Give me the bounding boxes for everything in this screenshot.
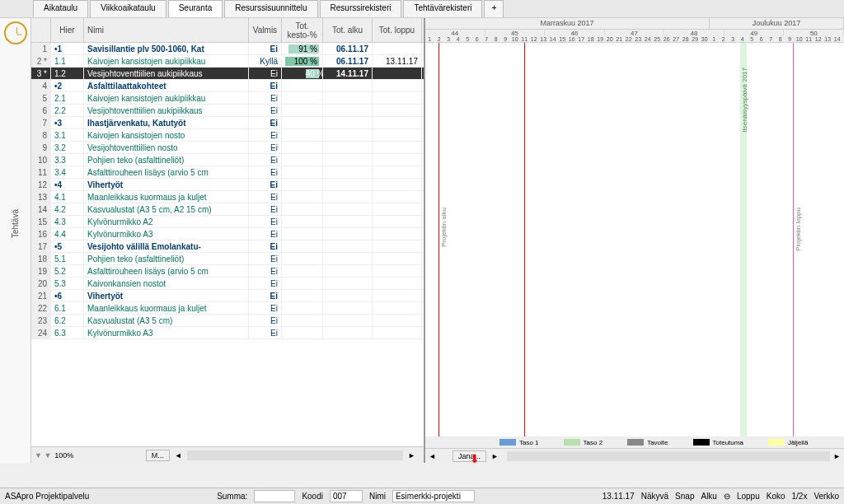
table-header: Hier Nimi Valmis Tot. kesto-% Tot. alku … bbox=[31, 18, 424, 43]
koodi-label: Koodi bbox=[302, 492, 323, 501]
col-loppu[interactable]: Tot. loppu bbox=[373, 18, 422, 42]
snap-btn[interactable]: Snap bbox=[675, 492, 694, 501]
zoom-out-icon[interactable]: ⊖ bbox=[724, 492, 730, 501]
table-body: 1•1Savisillantie plv 500-1060, KatEi91 %… bbox=[31, 43, 424, 446]
table-row[interactable]: 226.1Maanleikkaus kuormaus ja kuljetEi bbox=[31, 302, 424, 315]
gantt-legend: Taso 1 Taso 2 Tavoite Toteutuma Jäljellä bbox=[425, 436, 844, 448]
tab-bar: Aikataulu Viikkoaikataulu Seuranta Resur… bbox=[0, 0, 844, 18]
tab-viikkoaikataulu[interactable]: Viikkoaikataulu bbox=[90, 0, 166, 17]
summa-input[interactable] bbox=[254, 490, 295, 502]
table-row[interactable]: 12•4VihertyötEi bbox=[31, 179, 424, 191]
summa-label: Summa: bbox=[217, 492, 247, 501]
col-hier[interactable]: Hier bbox=[51, 18, 84, 42]
project-end-label: Projektin loppu bbox=[795, 208, 802, 251]
table-row[interactable]: 154.3Kylvönurmikko A2Ei bbox=[31, 216, 424, 228]
zoom-pct: 100% bbox=[54, 451, 73, 460]
scroll-right-icon[interactable]: ► bbox=[408, 451, 415, 460]
project-start-label: Projektin alku bbox=[440, 208, 448, 247]
vlabel-tehtava: Tehtävä bbox=[11, 209, 20, 238]
date-label: 13.11.17 bbox=[603, 492, 635, 501]
col-alku[interactable]: Tot. alku bbox=[323, 18, 373, 42]
nimi-label: Nimi bbox=[369, 492, 386, 501]
table-row[interactable]: 236.2Kasvualustat (A3 5 cm)Ei bbox=[31, 315, 424, 327]
table-row[interactable]: 144.2Kasvualustat (A3 5 cm, A2 15 cm)Ei bbox=[31, 203, 424, 216]
today-line bbox=[524, 43, 525, 446]
gantt-body[interactable]: Projektin alku Itsenäisyyspäivä 2017 Pro… bbox=[425, 43, 844, 446]
table-row[interactable]: 185.1Pohjien teko (asfalttineliöt)Ei bbox=[31, 253, 424, 265]
half-btn[interactable]: 1/2x bbox=[792, 492, 808, 501]
statusbar: ASApro Projektipalvelu Summa: Koodi Nimi… bbox=[0, 488, 844, 504]
month-marraskuu: Marraskuu 2017 bbox=[425, 18, 710, 29]
table-row[interactable]: 2 *1.1Kaivojen kansistojen aukipiikkauKy… bbox=[31, 55, 424, 68]
clock-sidebar: Tehtävä bbox=[0, 18, 31, 463]
col-nimi[interactable]: Nimi bbox=[84, 18, 249, 42]
nakyva-btn[interactable]: Näkyvä bbox=[641, 492, 668, 501]
alku-btn[interactable]: Alku bbox=[701, 492, 716, 501]
tab-resurssisuunnittelu[interactable]: Resurssisuunnittelu bbox=[224, 0, 317, 17]
tab-resurssirekisteri[interactable]: Resurssirekisteri bbox=[320, 0, 402, 17]
scroll-left-icon[interactable]: ◄ bbox=[175, 451, 182, 460]
koodi-input[interactable] bbox=[330, 490, 363, 502]
scroll-right-icon[interactable]: ► bbox=[833, 452, 841, 460]
clock-icon bbox=[4, 21, 27, 44]
table-row[interactable]: 3 *1.2Vesijohtoventtiilien aukipiikkausE… bbox=[31, 68, 424, 80]
gantt-footer: ◄ Jana... ► ► ⬇ bbox=[425, 448, 844, 463]
table-row[interactable]: 93.2Vesijohtoventtiilien nostoEi bbox=[31, 142, 424, 154]
table-row[interactable]: 1•1Savisillantie plv 500-1060, KatEi91 %… bbox=[31, 43, 424, 55]
verkko-btn[interactable]: Verkko bbox=[814, 492, 839, 501]
table-row[interactable]: 17•5Vesijohto välillä Emolankatu-Ei bbox=[31, 240, 424, 253]
footer-tab-m[interactable]: M... bbox=[146, 450, 170, 461]
table-row[interactable]: 134.1Maanleikkaus kuormaus ja kuljetEi bbox=[31, 191, 424, 203]
table-row[interactable]: 164.4Kylvönurmikko A3Ei bbox=[31, 228, 424, 240]
table-row[interactable]: 7•3Ihastjärvenkatu, KatutyötEi bbox=[31, 117, 424, 129]
scroll-right-icon[interactable]: ► bbox=[491, 452, 499, 460]
tab-tehtavarekisteri[interactable]: Tehtävärekisteri bbox=[403, 0, 482, 17]
table-row[interactable]: 83.1Kaivojen kansistojen nostoEi bbox=[31, 129, 424, 142]
nimi-input[interactable] bbox=[392, 490, 475, 502]
tab-aikataulu[interactable]: Aikataulu bbox=[33, 0, 88, 17]
tab-add[interactable]: + bbox=[484, 0, 504, 17]
table-row[interactable]: 246.3Kylvönurmikko A3Ei bbox=[31, 327, 424, 339]
table-row[interactable]: 62.2Vesijohtoventtiilien aukipiikkausEi bbox=[31, 105, 424, 117]
table-row[interactable]: 195.2Asfalttirouheen lisäys (arvio 5 cmE… bbox=[31, 265, 424, 278]
gantt-header: Marraskuu 2017 Joulukuu 2017 44454647484… bbox=[425, 18, 844, 43]
scroll-left-icon[interactable]: ◄ bbox=[429, 452, 436, 460]
table-row[interactable]: 205.3Kaivonkansien nostotEi bbox=[31, 278, 424, 290]
table-row[interactable]: 103.3Pohjien teko (asfalttineliöt)Ei bbox=[31, 154, 424, 166]
table-row[interactable]: 52.1Kaivojen kansistojen aukipiikkauEi bbox=[31, 92, 424, 105]
project-end-line bbox=[793, 43, 794, 446]
app-name: ASApro Projektipalvelu bbox=[5, 492, 89, 501]
task-table: Hier Nimi Valmis Tot. kesto-% Tot. alku … bbox=[31, 18, 425, 463]
table-row[interactable]: 21•6VihertyötEi bbox=[31, 290, 424, 302]
month-joulukuu: Joulukuu 2017 bbox=[710, 18, 844, 29]
table-row[interactable]: 4•2AsfalttilaattakohteetEi bbox=[31, 80, 424, 92]
koko-btn[interactable]: Koko bbox=[767, 492, 785, 501]
table-row[interactable]: 113.4Asfalttirouheen lisäys (arvio 5 cmE… bbox=[31, 166, 424, 179]
tab-seuranta[interactable]: Seuranta bbox=[168, 0, 223, 17]
col-valmis[interactable]: Valmis bbox=[249, 18, 282, 42]
gantt-panel: Marraskuu 2017 Joulukuu 2017 44454647484… bbox=[425, 18, 844, 463]
project-start-line bbox=[438, 43, 439, 446]
loppu-btn[interactable]: Loppu bbox=[737, 492, 760, 501]
left-footer: ▼ ▼ 100% M... ◄ ► bbox=[31, 446, 424, 463]
red-arrow-icon: ⬇ bbox=[470, 452, 480, 463]
holiday-label: Itsenäisyyspäivä 2017 bbox=[741, 68, 748, 133]
col-kesto[interactable]: Tot. kesto-% bbox=[282, 18, 323, 42]
